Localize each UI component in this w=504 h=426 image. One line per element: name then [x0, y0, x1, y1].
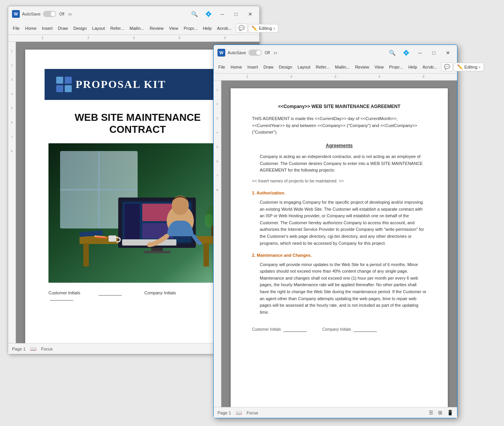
- menu-layout-2[interactable]: Layout: [295, 64, 313, 70]
- maximize-btn-1[interactable]: □: [231, 9, 242, 19]
- toggle-off-label-2: Off: [265, 51, 270, 55]
- menu-layout-1[interactable]: Layout: [90, 25, 107, 32]
- title-chevron-2: ››: [274, 50, 277, 56]
- editing-label-2: Editing: [464, 65, 478, 69]
- section1-body: Customer is engaging Company for the spe…: [252, 199, 426, 247]
- menu-review-1[interactable]: Review: [147, 25, 166, 32]
- pencil-icon-1: ✏️: [252, 26, 257, 31]
- svg-rect-1: [65, 77, 72, 84]
- menu-references-1[interactable]: Refer...: [108, 25, 126, 32]
- pk-title-text: PROPOSAL KIT: [76, 78, 166, 91]
- focus-label-1: Focus: [41, 347, 53, 351]
- cover-image: [48, 143, 227, 283]
- book-icon-2: 📖: [236, 410, 242, 416]
- menu-file-2[interactable]: File: [216, 64, 228, 70]
- menu-home-2[interactable]: Home: [228, 64, 244, 70]
- close-btn-2[interactable]: ✕: [442, 47, 453, 58]
- comment-btn-1[interactable]: 💬: [236, 24, 247, 33]
- toggle-knob-1: [51, 12, 55, 16]
- ruler-1-mark: 1: [20, 36, 66, 40]
- toggle-off-label-1: Off: [59, 12, 64, 16]
- menu-mailings-2[interactable]: Mailin...: [333, 64, 352, 70]
- ruler-2-mark: 2: [66, 36, 111, 40]
- customer-initials-field: [98, 290, 122, 295]
- menu-acrobat-1[interactable]: Acrob...: [215, 25, 234, 32]
- ruler-2: 1 2 3 4 5: [214, 74, 457, 81]
- ruler-4-mark: 4: [157, 36, 202, 40]
- editing-chevron-2: ›: [479, 65, 480, 69]
- agreements-heading: Agreements: [252, 142, 426, 149]
- search-icon-1[interactable]: 🔍: [189, 9, 200, 19]
- ruler-3-mark: 3: [111, 36, 157, 40]
- comment-btn-2[interactable]: 💬: [441, 62, 453, 71]
- ruler-5-mark: 5: [202, 36, 248, 40]
- menu-references-2[interactable]: Refer...: [314, 64, 332, 70]
- titlebar-2: W AutoSave Off ›› 🔍 💠 ─ □ ✕: [214, 45, 457, 60]
- intro-paragraph: THIS AGREEMENT is made this <<CurrentDay…: [252, 115, 426, 136]
- menu-insert-2[interactable]: Insert: [245, 64, 261, 70]
- menu-view-1[interactable]: View: [167, 25, 181, 32]
- vertical-ruler-1: 1 2 3 4 5 6 7 8: [8, 42, 16, 343]
- editing-chevron-1: ›: [273, 26, 275, 31]
- diamond-icon-1[interactable]: 💠: [203, 9, 214, 19]
- menu-review-2[interactable]: Review: [353, 64, 371, 70]
- pk-logo-icon: [56, 77, 72, 92]
- svg-rect-3: [65, 85, 72, 92]
- titlebar-left-1: W AutoSave Off ››: [12, 10, 72, 18]
- menu-file-1[interactable]: File: [10, 25, 22, 32]
- search-icon-2[interactable]: 🔍: [387, 47, 397, 58]
- menu-propert-2[interactable]: Propr...: [387, 64, 405, 70]
- contract-main-title: <<Company>> WEB SITE MAINTENANCE AGREEME…: [252, 104, 426, 109]
- diamond-icon-2[interactable]: 💠: [400, 47, 411, 58]
- book-icon-1: 📖: [30, 346, 36, 352]
- mobile-icon-2[interactable]: 📱: [447, 410, 453, 416]
- autosave-toggle-2[interactable]: [249, 50, 262, 56]
- menu-home-1[interactable]: Home: [23, 25, 39, 32]
- menu-design-2[interactable]: Design: [276, 64, 294, 70]
- contract-footer: Customer Initials Company Initials: [252, 327, 426, 332]
- menu-design-1[interactable]: Design: [71, 25, 89, 32]
- vertical-ruler-2: 1 2 3 4 5 6 7 8: [214, 81, 221, 407]
- svg-line-30: [97, 237, 107, 238]
- menu-view-2[interactable]: View: [372, 64, 386, 70]
- titlebar-1: W AutoSave Off ›› 🔍 💠 ─ □ ✕: [8, 6, 259, 22]
- layout-icon-2[interactable]: ⊞: [438, 410, 442, 416]
- contract-page: <<Company>> WEB SITE MAINTENANCE AGREEME…: [231, 88, 448, 407]
- svg-rect-9: [83, 243, 89, 266]
- menu-insert-1[interactable]: Insert: [40, 25, 55, 32]
- maximize-btn-2[interactable]: □: [428, 47, 439, 58]
- minimize-btn-2[interactable]: ─: [414, 47, 425, 58]
- svg-rect-19: [143, 251, 171, 253]
- menu-propert-1[interactable]: Propr...: [181, 25, 200, 32]
- statusbar-2: Page 1 📖 Focus ☰ ⊞ 📱: [214, 407, 457, 418]
- titlebar-left-2: W AutoSave Off ››: [217, 49, 277, 57]
- svg-rect-10: [204, 243, 209, 266]
- company-initials-label: Company Initials: [144, 290, 176, 295]
- titlebar-icons-1: 🔍 💠 ─ □ ✕: [189, 9, 255, 19]
- menu-draw-2[interactable]: Draw: [261, 64, 276, 70]
- menu-acrobat-2[interactable]: Acrob...: [420, 64, 440, 70]
- menu-help-2[interactable]: Help: [406, 64, 419, 70]
- close-btn-1[interactable]: ✕: [245, 9, 255, 19]
- menu-mailings-1[interactable]: Mailin...: [127, 25, 147, 32]
- word-icon-2: W: [217, 49, 225, 57]
- menu-help-1[interactable]: Help: [200, 25, 214, 32]
- word-window-2[interactable]: W AutoSave Off ›› 🔍 💠 ─ □ ✕ File Home In…: [213, 45, 457, 418]
- autosave-toggle-1[interactable]: [43, 11, 56, 17]
- cover-title: WEB SITE MAINTENANCE CONTRACT: [48, 112, 227, 136]
- minimize-btn-1[interactable]: ─: [217, 9, 228, 19]
- section2-title: 2. Maintenance and Changes.: [252, 252, 426, 259]
- ribbon-2: File Home Insert Draw Design Layout Refe…: [214, 60, 457, 74]
- word-icon-1: W: [12, 10, 20, 18]
- autosave-label-1: AutoSave: [22, 12, 41, 16]
- editing-btn-2[interactable]: ✏️ Editing ›: [454, 63, 484, 71]
- svg-rect-0: [56, 77, 63, 84]
- cover-initials: Customer Initials Company Initials: [48, 290, 227, 301]
- view-icon-2[interactable]: ☰: [429, 410, 433, 416]
- section2-body: Company will provide minor updates to th…: [252, 261, 426, 316]
- autosave-label-2: AutoSave: [228, 50, 246, 55]
- editing-btn-1[interactable]: ✏️ Editing ›: [248, 24, 278, 33]
- titlebar-icons-2: 🔍 💠 ─ □ ✕: [387, 47, 453, 58]
- menu-draw-1[interactable]: Draw: [56, 25, 71, 32]
- ruler-marks-2: 1 2 3 4 5: [214, 75, 457, 79]
